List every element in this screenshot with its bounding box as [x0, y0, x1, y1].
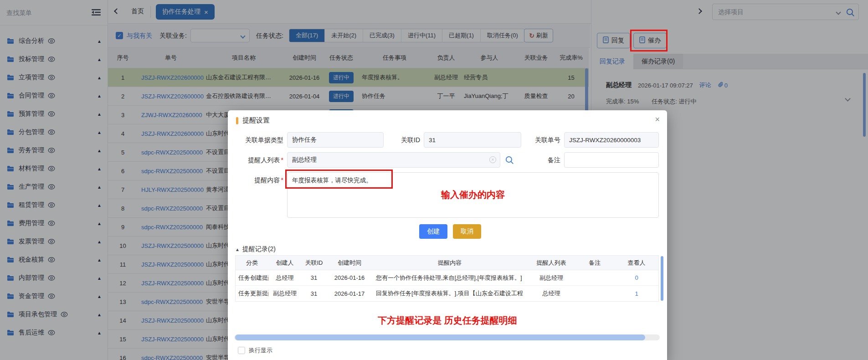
close-icon[interactable]: ×: [655, 115, 660, 124]
records-table: 分类创建人关联ID创建时间提醒内容提醒人列表备注查看人 任务创建提醒总经理312…: [235, 255, 659, 302]
annotation-records-hint: 下方提醒记录是 历史任务提醒明细: [337, 314, 558, 327]
rel-id-label: 关联ID: [392, 132, 420, 148]
records-table-row[interactable]: 任务创建提醒总经理312026-01-16您有一个协作任务待处理,来自[总经理]…: [236, 270, 658, 286]
record-cell-viewers[interactable]: 1: [614, 290, 659, 297]
record-cell-notify: 总经理: [527, 289, 575, 298]
records-column-header: 提醒内容: [372, 259, 527, 267]
modal-titlebar: 提醒设置 ×: [228, 110, 667, 130]
record-cell-creator: 总经理: [268, 274, 301, 282]
wrap-display-label: 换行显示: [249, 346, 272, 355]
rel-id-input[interactable]: [424, 132, 521, 148]
records-column-header: 提醒人列表: [527, 259, 575, 267]
wrap-display-row: 换行显示: [238, 346, 272, 355]
records-table-row[interactable]: 任务更新提醒副总经理312026-01-17回复协作任务[年度报表核算。],项目…: [236, 286, 658, 301]
remark-input[interactable]: [564, 152, 659, 168]
remark-label: 备注: [525, 152, 560, 168]
record-cell-notify: 副总经理: [527, 274, 575, 282]
records-table-body: 任务创建提醒总经理312026-01-16您有一个协作任务待处理,来自[总经理]…: [236, 270, 658, 301]
caret-up-icon: ▲: [235, 247, 240, 252]
create-button[interactable]: 创建: [419, 224, 447, 239]
records-column-header: 创建人: [268, 259, 301, 267]
records-column-header: 备注: [575, 259, 614, 267]
title-accent-bar: [236, 117, 238, 124]
record-cell-created: 2026-01-17: [327, 290, 372, 297]
horizontal-scrollbar-track: [234, 334, 660, 340]
records-table-header: 分类创建人关联ID创建时间提醒内容提醒人列表备注查看人: [236, 256, 658, 270]
doc-type-input[interactable]: [287, 132, 384, 148]
records-column-header: 查看人: [614, 259, 659, 267]
record-cell-type: 任务创建提醒: [236, 274, 268, 282]
record-cell-creator: 副总经理: [268, 289, 301, 298]
record-cell-rel_id: 31: [301, 274, 327, 281]
records-column-header: 创建时间: [327, 259, 372, 267]
record-cell-rel_id: 31: [301, 290, 327, 297]
annotation-urge-button-box: [630, 30, 668, 51]
rel-no-input[interactable]: [564, 132, 659, 148]
record-cell-content: 回复协作任务[年度报表核算。],项目【山东金石建设工程: [372, 289, 527, 298]
record-cell-viewers[interactable]: 0: [614, 274, 659, 281]
clear-icon[interactable]: ×: [489, 156, 496, 163]
cancel-button[interactable]: 取消: [453, 224, 481, 239]
annotation-content-hint: 输入催办的内容: [382, 189, 564, 201]
record-cell-content: 您有一个协作任务待处理,来自[总经理],[年度报表核算。]: [372, 274, 527, 282]
records-column-header: 关联ID: [301, 259, 327, 267]
record-cell-created: 2026-01-16: [327, 274, 372, 281]
records-vertical-scrollbar[interactable]: [661, 256, 663, 301]
record-cell-type: 任务更新提醒: [236, 289, 268, 298]
content-label: 提醒内容*: [228, 172, 283, 188]
records-section-title: 提醒记录(2): [242, 245, 276, 253]
annotation-content-box: [285, 170, 393, 189]
doc-type-label: 关联单据类型: [228, 132, 283, 148]
search-icon[interactable]: [505, 155, 514, 166]
rel-no-label: 关联单号: [525, 132, 560, 148]
wrap-display-checkbox[interactable]: [238, 347, 245, 354]
modal-title: 提醒设置: [242, 116, 270, 125]
horizontal-scrollbar-thumb[interactable]: [235, 334, 645, 340]
records-section-toggle[interactable]: ▲ 提醒记录(2): [235, 245, 276, 253]
app-window: 综合分析▲投标管理▲立项管理▲合同管理▲预算管理▲分包管理▲劳务管理▲材料管理▲…: [0, 0, 868, 360]
reminder-settings-modal: 提醒设置 × 关联单据类型 关联ID 关联单号 提醒人列表* × 备注 提醒内容…: [228, 110, 667, 360]
records-column-header: 分类: [236, 259, 268, 267]
notify-list-label: 提醒人列表*: [228, 152, 283, 168]
notify-list-input[interactable]: [287, 152, 500, 168]
